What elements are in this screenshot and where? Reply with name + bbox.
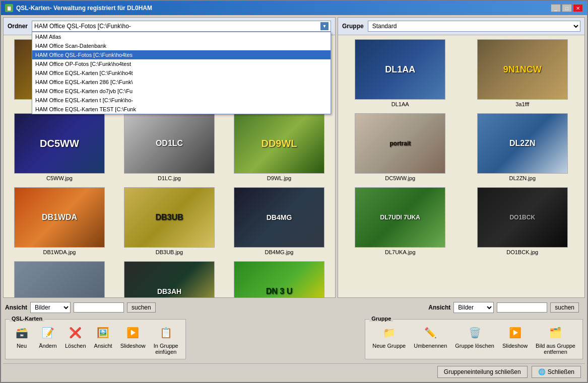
image-thumb: DL1AA xyxy=(355,39,445,100)
window-title: QSL-Karten- Verwaltung registriert für D… xyxy=(16,5,152,12)
folder-dropdown-arrow: ▼ xyxy=(320,22,329,30)
image-label: 3a1fff xyxy=(515,101,529,107)
slideshow-left-button[interactable]: ▶️ Slideshow xyxy=(118,323,148,350)
schliessen-button[interactable]: 🌐 Schließen xyxy=(532,366,581,378)
image-thumb: DB4MG xyxy=(234,187,324,248)
slideshow-left-icon: ▶️ xyxy=(124,324,142,342)
list-item[interactable]: DL2ZN DL2ZN.jpg xyxy=(463,111,583,183)
umbenennen-label: Umbenennen xyxy=(414,343,447,349)
image-label: C5WW.jpg xyxy=(46,175,73,181)
maximize-button[interactable]: □ xyxy=(562,4,572,12)
dropdown-item-eqslt[interactable]: HAM Office EQSL-Karten t [C:\Funk\ho- xyxy=(32,96,331,105)
neu-label: Neu xyxy=(17,343,27,349)
right-search-input[interactable] xyxy=(497,302,547,313)
right-ansicht-select[interactable]: Bilder Liste Details xyxy=(453,302,494,313)
gruppe-tools-group: Gruppe 📁 Neue Gruppe ✏️ Umbenennen 🗑️ Gr… xyxy=(365,319,583,359)
list-item[interactable]: DB4MG DB4MG.jpg xyxy=(225,185,333,257)
list-item[interactable]: OD1LC D1LC.jpg xyxy=(115,111,223,183)
right-ansicht-bar: Ansicht Bilder Liste Details suchen xyxy=(340,302,583,313)
image-thumb xyxy=(14,261,105,297)
folder-dropdown-button[interactable]: HAM Office QSL-Fotos [C:\Funk\ho- ▼ xyxy=(32,21,331,32)
ansicht-button[interactable]: 🖼️ Ansicht xyxy=(92,323,114,350)
bild-entfernen-button[interactable]: 🗂️ Bild aus Gruppe entfernen xyxy=(534,323,577,356)
image-label: DL2ZN.jpg xyxy=(509,175,536,181)
top-row: Ordner HAM Office QSL-Fotos [C:\Funk\ho-… xyxy=(3,17,585,298)
dropdown-item-op[interactable]: HAM Office OP-Fotos [C:\Funk\ho4test xyxy=(32,59,331,68)
aendern-button[interactable]: 📝 Ändern xyxy=(37,323,59,350)
list-item[interactable]: DB3AH xyxy=(115,259,223,297)
image-label: DB3UB.jpg xyxy=(156,249,183,255)
gruppe-select[interactable]: Standard DX Europa Contest xyxy=(368,21,580,32)
image-label: DO1BCK.jpg xyxy=(506,249,538,255)
window-controls: _ □ ✕ xyxy=(551,4,583,12)
dropdown-item-eqsl[interactable]: HAM Office EQSL-Karten [C:\Funk\ho4t xyxy=(32,68,331,78)
gruppe-loeschen-button[interactable]: 🗑️ Gruppe löschen xyxy=(453,323,496,350)
close-button[interactable]: ✕ xyxy=(573,4,583,12)
titlebar-left: 📋 QSL-Karten- Verwaltung registriert für… xyxy=(5,4,152,12)
right-search-button[interactable]: suchen xyxy=(550,302,579,313)
left-ansicht-select[interactable]: Bilder Liste Details xyxy=(30,302,71,313)
list-item[interactable]: 9N1NCW 3a1fff xyxy=(463,37,583,109)
list-item[interactable]: DL1AA DL1AA xyxy=(340,37,461,109)
list-item[interactable]: DO1BCK DO1BCK.jpg xyxy=(463,185,583,257)
list-item[interactable]: DN 3 U xyxy=(225,259,333,297)
list-item[interactable]: portrait DC5WW.jpg xyxy=(340,111,461,183)
image-thumb: DL2ZN xyxy=(477,113,568,174)
gruppe-loeschen-icon: 🗑️ xyxy=(466,324,484,342)
folder-selected-text: HAM Office QSL-Fotos [C:\Funk\ho- xyxy=(34,23,131,30)
list-item[interactable]: DD9WL D9WL.jpg xyxy=(225,111,333,183)
left-search-button[interactable]: suchen xyxy=(127,302,156,313)
image-label: D1LC.jpg xyxy=(158,175,181,181)
umbenennen-button[interactable]: ✏️ Umbenennen xyxy=(412,323,449,350)
image-thumb: 9N1NCW xyxy=(477,39,568,100)
list-item[interactable]: DB3UB DB3UB.jpg xyxy=(115,185,223,257)
in-gruppe-button[interactable]: 📋 In Gruppe einfügen xyxy=(152,323,180,356)
toolbar-section: QSL-Karten 🗃️ Neu 📝 Ändern ❌ Löschen 🖼️ … xyxy=(3,317,585,361)
slideshow-left-label: Slideshow xyxy=(120,343,146,349)
gruppeneinteilung-button[interactable]: Gruppeneinteilung schließen xyxy=(437,366,528,378)
image-label: D9WL.jpg xyxy=(267,175,291,181)
bild-entfernen-icon: 🗂️ xyxy=(547,324,565,342)
image-thumb: DO1BCK xyxy=(477,187,568,248)
neue-gruppe-label: Neue Gruppe xyxy=(372,343,406,349)
right-panel: Gruppe Standard DX Europa Contest DL1AA xyxy=(338,17,585,298)
titlebar: 📋 QSL-Karten- Verwaltung registriert für… xyxy=(1,1,587,15)
list-item[interactable]: DL7UDI 7UKA DL7UKA.jpg xyxy=(340,185,461,257)
dropdown-item-scan[interactable]: HAM Office Scan-Datenbank xyxy=(32,41,331,50)
loeschen-button[interactable]: ❌ Löschen xyxy=(63,323,88,350)
main-content: Ordner HAM Office QSL-Fotos [C:\Funk\ho-… xyxy=(1,15,587,382)
aendern-icon: 📝 xyxy=(39,324,57,342)
list-item[interactable] xyxy=(6,259,113,297)
left-ansicht-label: Ansicht xyxy=(5,304,27,311)
minimize-button[interactable]: _ xyxy=(551,4,561,12)
image-thumb: portrait xyxy=(355,113,445,174)
neu-button[interactable]: 🗃️ Neu xyxy=(11,323,33,350)
umbenennen-icon: ✏️ xyxy=(421,324,439,342)
gruppeneinteilung-label: Gruppeneinteilung schließen xyxy=(444,368,521,375)
ansicht-icon: 🖼️ xyxy=(94,324,112,342)
in-gruppe-icon: 📋 xyxy=(157,324,175,342)
left-search-input[interactable] xyxy=(74,302,124,313)
loeschen-icon: ❌ xyxy=(67,324,85,342)
globe-icon: 🌐 xyxy=(538,368,546,375)
image-label: DB1WDA.jpg xyxy=(43,249,76,255)
dropdown-item-eqsldo7[interactable]: HAM Office EQSL-Karten do7jvb [C:\Fu xyxy=(32,87,331,96)
dropdown-item-eqsltest[interactable]: HAM Office EQSL-Karten TEST [C:\Funk xyxy=(32,105,331,114)
image-label: DL1AA xyxy=(391,101,409,107)
app-icon: 📋 xyxy=(5,4,13,12)
dropdown-item-qsl[interactable]: HAM Office QSL-Fotos [C:\Funk\ho4tes xyxy=(32,50,331,59)
dropdown-item-atlas[interactable]: HAM Atlas xyxy=(32,32,331,41)
bild-entfernen-label: Bild aus Gruppe entfernen xyxy=(536,343,575,355)
dropdown-item-eqsl286[interactable]: HAM Office EQSL-Karten 286 [C:\Funk\ xyxy=(32,78,331,87)
neue-gruppe-button[interactable]: 📁 Neue Gruppe xyxy=(370,323,408,350)
folder-select-wrapper: HAM Office QSL-Fotos [C:\Funk\ho- ▼ HAM … xyxy=(32,21,331,32)
list-item[interactable]: DC5WW C5WW.jpg xyxy=(6,111,113,183)
slideshow-right-label: Slideshow xyxy=(502,343,528,349)
qsl-group-label: QSL-Karten xyxy=(10,316,44,322)
image-thumb: DC5WW xyxy=(14,113,105,174)
slideshow-right-button[interactable]: ▶️ Slideshow xyxy=(500,323,530,350)
right-image-grid: DL1AA DL1AA 9N1NCW 3a1fff p xyxy=(340,37,582,257)
list-item[interactable]: DB1WDA DB1WDA.jpg xyxy=(6,185,113,257)
right-image-grid-container: DL1AA DL1AA 9N1NCW 3a1fff p xyxy=(338,35,584,297)
gruppe-label: Gruppe xyxy=(342,23,364,30)
